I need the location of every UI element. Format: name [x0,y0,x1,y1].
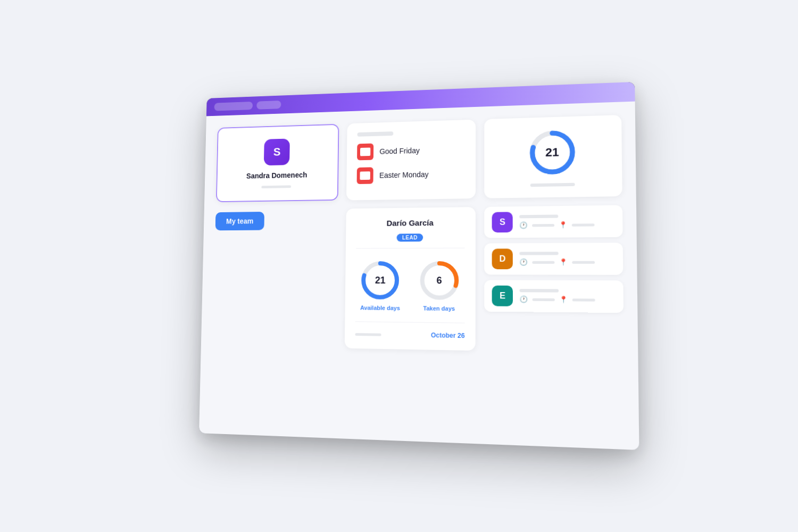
browser-content: S Sandra Domenech Good Friday Easter Mon… [199,102,639,450]
team-members-card: S 🕐 📍 D [485,205,624,354]
location-icon-s: 📍 [559,221,568,229]
leader-name: Darío García [356,218,465,228]
leader-footer: October 26 [355,328,464,339]
stats-card: 21 [485,115,622,198]
profile-subtitle-bar [262,185,292,188]
taken-donut-container: 6 [418,259,461,302]
stats-number: 21 [545,145,559,160]
meta-bar-location-e [572,298,595,302]
clock-icon-e: 🕐 [520,295,528,303]
holiday-item-1: Good Friday [357,141,466,161]
member-info-d: 🕐 📍 [520,252,615,266]
taken-days-label: Taken days [423,305,455,312]
available-days-number: 21 [375,275,386,286]
holiday-name-1: Good Friday [379,146,420,156]
profile-avatar: S [264,138,290,165]
member-item-s[interactable]: S 🕐 📍 [485,205,623,238]
member-avatar-d: D [492,248,513,269]
member-name-bar-s [519,214,558,218]
holidays-title-bar [357,131,393,137]
member-info-e: 🕐 📍 [520,289,616,304]
lead-badge: LEAD [397,234,423,242]
holiday-icon-2 [356,167,373,184]
member-avatar-e: E [492,286,513,306]
available-days-label: Available days [360,304,400,311]
browser-tab-1[interactable] [214,102,253,111]
holiday-icon-1 [357,144,373,161]
available-days-stat: 21 Available days [359,259,401,311]
profile-card: S Sandra Domenech [216,124,339,202]
member-info-s: 🕐 📍 [519,214,614,229]
member-meta-e: 🕐 📍 [520,295,616,304]
leader-card: Darío García LEAD 21 Available days [344,207,476,351]
leader-footer-bar [355,333,381,336]
browser-window: S Sandra Domenech Good Friday Easter Mon… [199,82,639,450]
clock-icon-d: 🕐 [520,259,528,266]
stats-subtitle-bar [530,182,575,187]
member-meta-s: 🕐 📍 [519,221,614,229]
member-item-d[interactable]: D 🕐 📍 [485,243,624,275]
stats-donut-container: 21 [527,127,578,177]
meta-bar-time-s [532,223,554,226]
holiday-item-2: Easter Monday [356,165,465,184]
clock-icon-s: 🕐 [519,221,528,229]
member-avatar-s: S [492,212,513,232]
taken-days-number: 6 [436,275,442,286]
holidays-card: Good Friday Easter Monday [346,120,476,201]
scene: S Sandra Domenech Good Friday Easter Mon… [160,66,638,466]
member-name-bar-e [520,289,559,293]
bottom-left-area: My team [213,209,338,348]
location-icon-e: 📍 [560,296,568,304]
leader-footer-date: October 26 [431,331,465,339]
member-item-e[interactable]: E 🕐 📍 [485,280,624,313]
holiday-name-2: Easter Monday [379,170,429,180]
browser-tab-2[interactable] [256,101,281,110]
meta-bar-location-s [572,223,595,227]
meta-bar-location-d [572,261,595,263]
taken-days-stat: 6 Taken days [418,259,461,312]
leader-stats: 21 Available days 6 Taken days [355,255,465,317]
leader-divider-bottom [355,321,464,323]
leader-divider-top [356,248,465,249]
my-team-button[interactable]: My team [215,212,264,230]
member-name-bar-d [520,252,559,255]
available-donut-container: 21 [359,259,401,302]
meta-bar-time-d [533,261,555,263]
profile-name: Sandra Domenech [246,171,307,180]
location-icon-d: 📍 [559,259,568,266]
meta-bar-time-e [533,298,555,301]
member-meta-d: 🕐 📍 [520,258,615,266]
